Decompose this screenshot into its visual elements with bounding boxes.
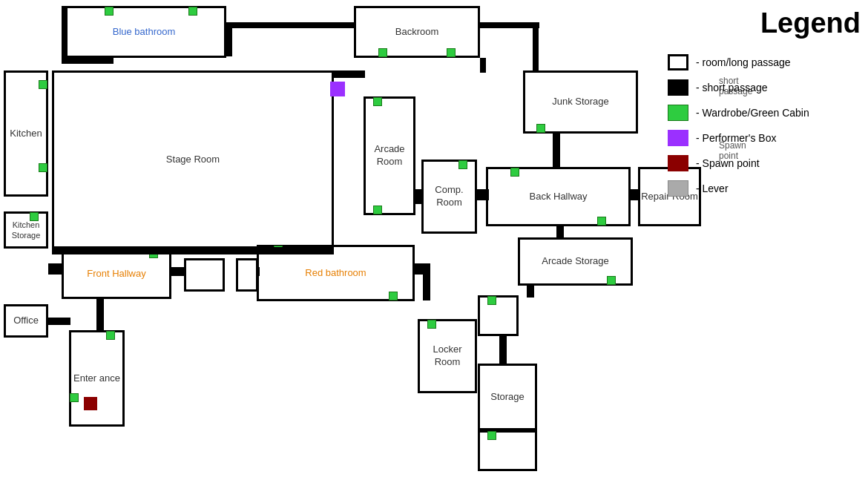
legend-item-room: - room/long passage	[668, 54, 861, 70]
room-stage: Stage Room	[52, 70, 334, 249]
room-blue-bathroom: Blue bathroom	[62, 6, 226, 58]
legend-label-room: - room/long passage	[696, 56, 791, 68]
legend-item-performer: - Performer's Box	[668, 130, 861, 146]
legend: Legend - room/long passage - short passa…	[668, 7, 861, 206]
room-junk-storage: Junk Storage	[523, 70, 638, 134]
legend-label-lever: - Lever	[696, 183, 729, 194]
room-junction	[478, 295, 519, 336]
legend-label-wardrobe: - Wardrobe/Green Cabin	[696, 107, 809, 119]
legend-title: Legend	[668, 7, 861, 39]
room-kitchen-storage: Kitchen Storage	[4, 211, 48, 249]
spawn-point	[84, 397, 97, 410]
map-area: Blue bathroom Backroom Kitchen Kitchen S…	[0, 0, 645, 483]
room-back-hallway: Back Hallway	[486, 167, 631, 226]
legend-swatch-short	[668, 79, 688, 96]
room-backroom: Backroom	[354, 6, 480, 58]
room-storage: Storage	[478, 364, 537, 430]
room-arcade: Arcade Room	[364, 96, 415, 215]
room-passage-box	[184, 258, 225, 292]
legend-item-short: - short passage	[668, 79, 861, 96]
legend-item-lever: - Lever	[668, 180, 861, 197]
room-locker: Locker Room	[418, 319, 477, 393]
legend-swatch-lever	[668, 180, 688, 197]
legend-swatch-room	[668, 54, 688, 70]
room-arcade-storage: Arcade Storage	[518, 237, 633, 286]
legend-label-spawn: - Spawn point	[696, 157, 760, 169]
legend-swatch-performer	[668, 130, 688, 146]
legend-swatch-wardrobe	[668, 105, 688, 121]
performer-box	[330, 82, 345, 96]
room-passage-box2	[236, 258, 258, 292]
legend-swatch-spawn	[668, 155, 688, 171]
legend-label-short: - short passage	[696, 82, 768, 93]
legend-label-performer: - Performer's Box	[696, 132, 776, 144]
room-comp: Comp. Room	[421, 160, 477, 234]
legend-item-wardrobe: - Wardrobe/Green Cabin	[668, 105, 861, 121]
room-bottom-small	[478, 430, 537, 471]
room-front-hallway: Front Hallway	[62, 249, 171, 299]
legend-item-spawn: - Spawn point	[668, 155, 861, 171]
room-office: Office	[4, 304, 48, 338]
room-kitchen: Kitchen	[4, 70, 48, 197]
room-entrance: Enter ance	[69, 330, 125, 427]
